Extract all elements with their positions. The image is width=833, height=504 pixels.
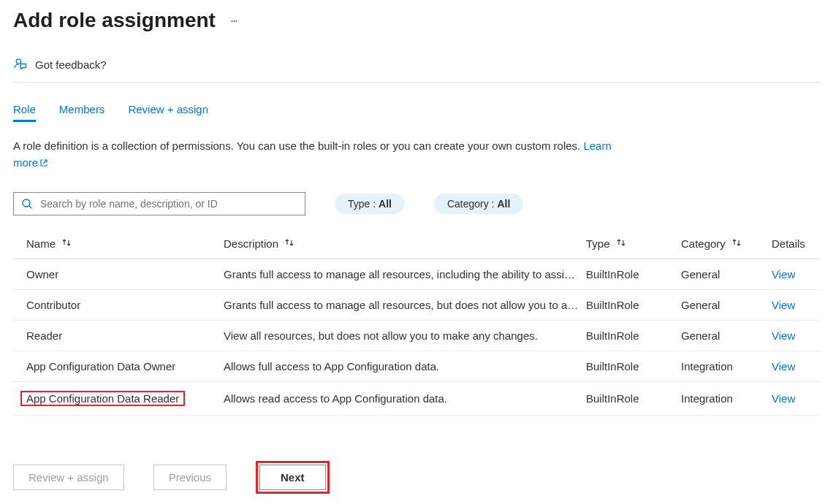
feedback-label: Got feedback? [35,58,107,71]
svg-point-0 [16,59,20,64]
search-box[interactable] [13,192,305,215]
filter-type[interactable]: Type : All [335,194,405,214]
role-name: Reader [26,329,224,342]
col-header-name[interactable]: Name [26,237,224,250]
view-link[interactable]: View [772,329,795,342]
feedback-icon [13,57,28,72]
table-row[interactable]: Reader View all resources, but does not … [13,321,820,351]
role-description: Grants full access to manage all resourc… [224,299,586,311]
role-description: Grants full access to manage all resourc… [224,268,586,280]
external-link-icon [39,156,48,172]
tab-members[interactable]: Members [59,103,105,122]
filter-category[interactable]: Category : All [434,194,523,214]
col-header-description[interactable]: Description [224,237,586,250]
tab-role[interactable]: Role [13,103,36,122]
role-description: Allows read access to App Configuration … [224,392,586,405]
role-category: General [681,268,772,280]
table-row[interactable]: Contributor Grants full access to manage… [13,290,820,321]
footer-actions: Review + assign Previous Next [13,461,330,494]
role-category: Integration [681,392,772,405]
sort-icon [616,238,626,247]
table-header: Name Description Type Category Details [13,230,820,259]
view-link[interactable]: View [772,392,795,405]
intro-text: A role definition is a collection of per… [13,138,612,172]
col-header-type[interactable]: Type [586,237,681,250]
tab-bar: Role Members Review + assign [13,103,820,122]
role-type: BuiltInRole [586,268,681,280]
next-button[interactable]: Next [259,465,326,490]
role-name: Contributor [26,299,224,311]
view-link[interactable]: View [772,360,795,373]
sort-icon [61,238,72,247]
role-name: Owner [26,268,224,280]
table-row[interactable]: App Configuration Data Owner Allows full… [13,351,820,382]
role-category: Integration [681,360,772,373]
feedback-link[interactable]: Got feedback? [13,50,820,83]
role-category: General [681,329,772,342]
col-header-category[interactable]: Category [681,237,772,250]
role-type: BuiltInRole [586,329,681,342]
next-button-highlight: Next [256,461,330,494]
tab-review[interactable]: Review + assign [128,103,208,122]
view-link[interactable]: View [772,268,795,280]
sort-icon [284,238,294,247]
search-icon [21,198,33,210]
review-assign-button: Review + assign [13,465,124,490]
role-type: BuiltInRole [586,360,681,373]
role-name: App Configuration Data Owner [26,360,224,373]
role-type: BuiltInRole [586,392,681,405]
col-header-details: Details [772,237,820,250]
role-description: Allows full access to App Configuration … [224,360,586,373]
role-description: View all resources, but does not allow y… [224,329,586,342]
previous-button: Previous [153,465,227,490]
table-row[interactable]: Owner Grants full access to manage all r… [13,259,820,290]
view-link[interactable]: View [772,299,795,311]
svg-point-1 [23,199,30,207]
sort-icon [731,238,742,247]
search-input[interactable] [39,197,297,210]
roles-table: Name Description Type Category Details O [13,230,820,416]
page-title: Add role assignment [13,9,216,32]
more-icon[interactable]: ··· [230,13,237,28]
role-category: General [681,299,772,311]
role-name-highlighted: App Configuration Data Reader [20,391,185,406]
table-row[interactable]: App Configuration Data Reader Allows rea… [13,382,820,416]
role-type: BuiltInRole [586,299,681,311]
